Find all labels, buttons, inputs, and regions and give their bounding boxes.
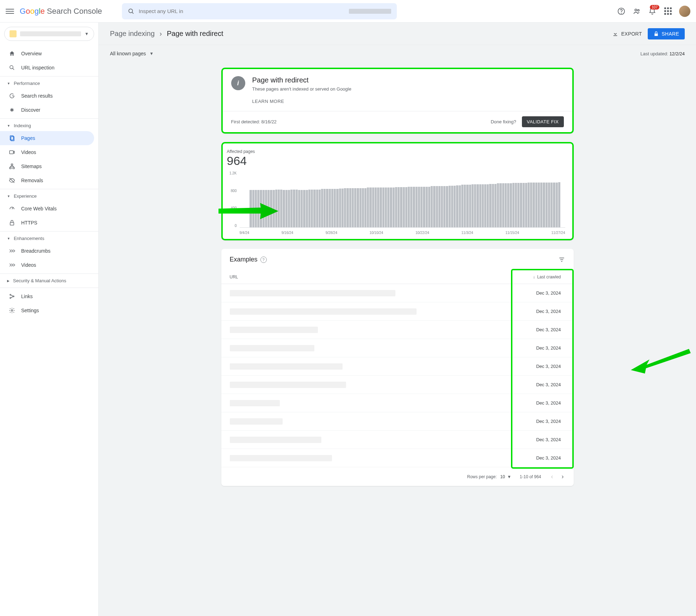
chart-bar[interactable] <box>540 183 542 227</box>
chart-bar[interactable] <box>341 189 344 227</box>
chart-bar[interactable] <box>321 189 323 227</box>
chart-bar[interactable] <box>369 187 371 227</box>
chart-bar[interactable] <box>550 183 553 227</box>
chart-bar[interactable] <box>499 183 501 227</box>
chart-bar[interactable] <box>426 187 428 227</box>
table-row[interactable]: Dec 3, 2024 <box>221 412 574 431</box>
chart-bar[interactable] <box>494 184 497 227</box>
people-icon[interactable] <box>633 7 641 16</box>
chart-bar[interactable] <box>418 187 420 227</box>
chart-bar[interactable] <box>329 189 331 227</box>
chart-bar[interactable] <box>464 185 466 227</box>
chart-bar[interactable] <box>324 189 326 227</box>
chart-bar[interactable] <box>349 188 351 227</box>
sidebar-item-sitemaps[interactable]: Sitemaps <box>0 159 94 173</box>
chart-bar[interactable] <box>293 190 295 227</box>
chart-bar[interactable] <box>451 186 453 227</box>
chart-bar[interactable] <box>331 189 333 227</box>
chart-bar[interactable] <box>487 184 489 227</box>
chart-bar[interactable] <box>410 187 412 227</box>
sidebar-item-settings[interactable]: Settings <box>0 303 94 318</box>
chart-bar[interactable] <box>512 183 515 227</box>
chart-bar[interactable] <box>400 187 402 227</box>
chart-bar[interactable] <box>461 185 463 227</box>
chart-bar[interactable] <box>469 185 471 227</box>
chart-bar[interactable] <box>548 183 550 227</box>
chart-bar[interactable] <box>530 183 532 227</box>
col-url[interactable]: URL <box>230 275 509 279</box>
chart-bar[interactable] <box>385 187 387 227</box>
search-input[interactable] <box>139 8 345 14</box>
chart-bar[interactable] <box>479 184 481 227</box>
chart-bar[interactable] <box>436 186 438 227</box>
sidebar-item-overview[interactable]: Overview <box>0 47 94 61</box>
chart-bar[interactable] <box>339 189 341 227</box>
chart-bar[interactable] <box>344 188 346 227</box>
chart-bar[interactable] <box>466 185 468 227</box>
chart-bar[interactable] <box>390 187 392 227</box>
chart-bar[interactable] <box>352 188 354 227</box>
chart-bar[interactable] <box>535 183 537 227</box>
notifications-icon[interactable]: 107 <box>648 7 657 16</box>
avatar[interactable] <box>679 6 690 17</box>
chart-bar[interactable] <box>476 184 479 227</box>
chart-bar[interactable] <box>492 184 494 227</box>
sidebar-item-search-results[interactable]: Search results <box>0 89 94 103</box>
chart-bar[interactable] <box>510 183 512 227</box>
chart-bar[interactable] <box>443 186 445 227</box>
chart-bar[interactable] <box>398 187 400 227</box>
breadcrumb-parent[interactable]: Page indexing <box>110 30 155 38</box>
filter-icon[interactable] <box>558 256 565 263</box>
chart-bar[interactable] <box>420 187 423 227</box>
export-button[interactable]: EXPORT <box>612 31 642 37</box>
sidebar-section-performance[interactable]: ▼Performance <box>0 78 98 89</box>
sidebar-item-discover[interactable]: ✱ Discover <box>0 103 94 117</box>
sidebar-section-security[interactable]: ▶Security & Manual Actions <box>0 275 98 286</box>
table-row[interactable]: Dec 3, 2024 <box>221 449 574 467</box>
sidebar-item-cwv[interactable]: Core Web Vitals <box>0 202 94 216</box>
chart-bar[interactable] <box>489 184 491 227</box>
sidebar-item-breadcrumbs[interactable]: Breadcrumbs <box>0 244 94 258</box>
help-icon[interactable]: ? <box>260 257 267 263</box>
sidebar-item-videos2[interactable]: Videos <box>0 258 94 272</box>
table-row[interactable]: Dec 3, 2024 <box>221 339 574 357</box>
sidebar-item-videos[interactable]: Videos <box>0 145 94 159</box>
chart-bar[interactable] <box>364 188 367 227</box>
sidebar-item-links[interactable]: Links <box>0 289 94 303</box>
chart-bar[interactable] <box>558 182 560 227</box>
chart-bar[interactable] <box>472 184 474 227</box>
chart-bar[interactable] <box>336 189 338 227</box>
table-row[interactable]: Dec 3, 2024 <box>221 357 574 376</box>
sidebar-item-url-inspection[interactable]: URL inspection <box>0 61 94 75</box>
chart-bar[interactable] <box>319 190 321 227</box>
chart-bar[interactable] <box>553 183 555 227</box>
apps-icon[interactable] <box>664 7 672 16</box>
chart-bar[interactable] <box>265 190 267 227</box>
chart-bar[interactable] <box>543 183 545 227</box>
chart-bar[interactable] <box>255 190 257 227</box>
chart-bar[interactable] <box>408 187 410 227</box>
chart-bar[interactable] <box>311 190 313 227</box>
chart-bar[interactable] <box>515 183 517 227</box>
table-row[interactable]: Dec 3, 2024 <box>221 376 574 394</box>
chart-bar[interactable] <box>275 190 277 227</box>
chart-bar[interactable] <box>456 185 458 227</box>
chart-bar[interactable] <box>367 187 369 227</box>
chart-bar[interactable] <box>502 183 504 227</box>
chart-bar[interactable] <box>273 190 275 227</box>
chart-bar[interactable] <box>362 188 364 227</box>
sidebar-section-experience[interactable]: ▼Experience <box>0 191 98 202</box>
menu-icon[interactable] <box>6 7 14 16</box>
chart-bar[interactable] <box>505 183 507 227</box>
share-button[interactable]: SHARE <box>648 28 685 39</box>
chart-bar[interactable] <box>252 190 254 227</box>
chart-bar[interactable] <box>280 190 282 227</box>
sidebar-item-https[interactable]: HTTPS <box>0 216 94 230</box>
chart-bar[interactable] <box>326 189 328 227</box>
chart-bar[interactable] <box>316 190 318 227</box>
chart-bar[interactable] <box>377 187 379 227</box>
chart-bar[interactable] <box>459 185 461 227</box>
chart-bar[interactable] <box>474 184 476 227</box>
chart-bar[interactable] <box>433 186 435 227</box>
chart-bar[interactable] <box>403 187 405 227</box>
